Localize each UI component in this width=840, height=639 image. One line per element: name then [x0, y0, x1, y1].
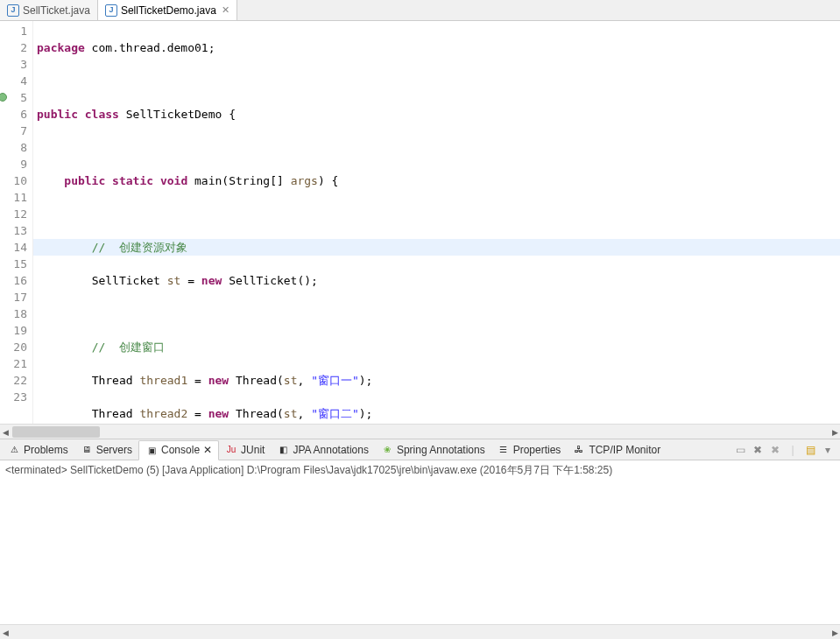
- clear-console-icon[interactable]: ▤: [803, 443, 817, 457]
- close-icon[interactable]: ✕: [203, 444, 212, 456]
- view-tab-label: Properties: [513, 444, 561, 456]
- jpa-icon: ◧: [277, 444, 289, 456]
- monitor-icon: 🖧: [573, 444, 585, 456]
- remove-all-icon[interactable]: ✖: [751, 443, 765, 457]
- scroll-thumb[interactable]: [12, 426, 100, 438]
- servers-icon: 🖥: [81, 444, 93, 456]
- console-body[interactable]: <terminated> SellTicketDemo (5) [Java Ap…: [0, 460, 840, 624]
- junit-icon: Ju: [225, 444, 237, 456]
- tab-spring[interactable]: ❀ Spring Annotations: [375, 439, 491, 460]
- view-tab-label: Spring Annotations: [397, 444, 485, 456]
- console-status: <terminated> SellTicketDemo (5) [Java Ap…: [5, 463, 835, 478]
- java-file-icon: J: [7, 4, 19, 17]
- tab-properties[interactable]: ☰ Properties: [491, 439, 568, 460]
- console-icon: ▣: [145, 444, 158, 456]
- java-file-icon: J: [105, 4, 117, 17]
- tab-sellticket[interactable]: J SellTicket.java: [0, 0, 98, 20]
- view-tab-label: Console: [161, 444, 200, 456]
- tab-tcpip[interactable]: 🖧 TCP/IP Monitor: [567, 439, 667, 460]
- view-tab-label: JUnit: [241, 444, 265, 456]
- view-tabs: ⚠ Problems 🖥 Servers ▣ Console ✕ Ju JUni…: [0, 439, 840, 460]
- tab-console[interactable]: ▣ Console ✕: [138, 440, 219, 460]
- tab-servers[interactable]: 🖥 Servers: [74, 439, 138, 460]
- editor-area: J SellTicket.java J SellTicketDemo.java …: [0, 0, 840, 439]
- tab-jpa[interactable]: ◧ JPA Annotations: [271, 439, 375, 460]
- tab-problems[interactable]: ⚠ Problems: [2, 439, 74, 460]
- console-hscroll[interactable]: ◀ ▶: [0, 624, 840, 639]
- close-icon[interactable]: ✕: [222, 4, 229, 16]
- scroll-left-icon[interactable]: ◀: [0, 627, 11, 638]
- scroll-lock-icon[interactable]: ▾: [821, 443, 835, 457]
- view-tab-label: TCP/IP Monitor: [589, 444, 660, 456]
- view-tab-label: JPA Annotations: [293, 444, 369, 456]
- editor-hscroll[interactable]: ◀ ▶: [0, 424, 840, 439]
- editor-tabs: J SellTicket.java J SellTicketDemo.java …: [0, 0, 840, 21]
- divider: |: [786, 443, 800, 457]
- tab-sellticketdemo[interactable]: J SellTicketDemo.java ✕: [98, 0, 237, 20]
- tab-junit[interactable]: Ju JUnit: [219, 439, 271, 460]
- editor-body: 1234 5 6789 10111213 14151617 18192021 2…: [0, 21, 840, 424]
- scroll-right-icon[interactable]: ▶: [829, 426, 840, 438]
- view-tab-label: Servers: [96, 444, 132, 456]
- view-tab-label: Problems: [24, 444, 68, 456]
- properties-icon: ☰: [498, 444, 510, 456]
- view-toolbar: ▭ ✖ ✖ | ▤ ▾: [733, 443, 838, 457]
- tab-label: SellTicketDemo.java: [121, 4, 216, 17]
- problems-icon: ⚠: [8, 444, 20, 456]
- run-marker-icon[interactable]: [0, 93, 7, 102]
- remove-all-terminated-icon[interactable]: ✖: [768, 443, 782, 457]
- line-gutter: 1234 5 6789 10111213 14151617 18192021 2…: [0, 21, 33, 424]
- scroll-right-icon[interactable]: ▶: [829, 627, 840, 638]
- code-area[interactable]: package com.thread.demo01; public class …: [33, 21, 840, 424]
- scroll-left-icon[interactable]: ◀: [0, 426, 11, 438]
- bottom-pane: ⚠ Problems 🖥 Servers ▣ Console ✕ Ju JUni…: [0, 439, 840, 639]
- tab-label: SellTicket.java: [23, 4, 90, 17]
- spring-icon: ❀: [381, 444, 393, 456]
- remove-launch-icon[interactable]: ▭: [733, 443, 747, 457]
